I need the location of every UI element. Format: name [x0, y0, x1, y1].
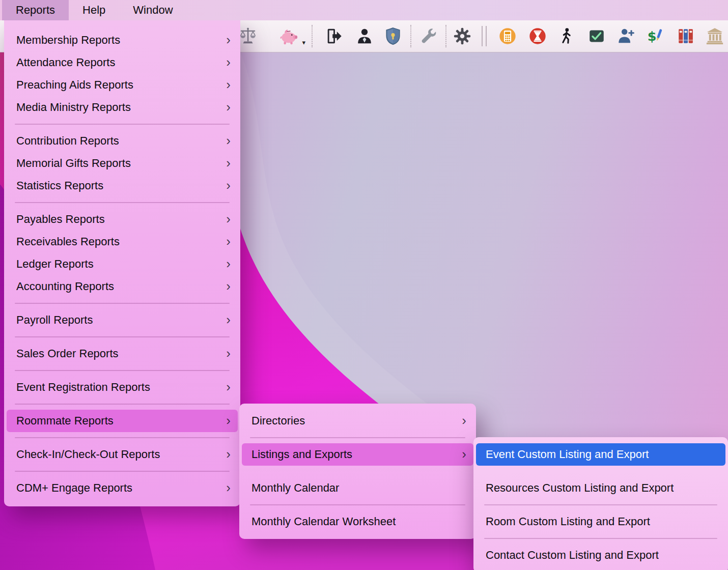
chevron-right-icon: › — [226, 447, 231, 461]
menu-separator — [15, 466, 230, 477]
gear-icon — [453, 26, 472, 46]
menu-item-contribution-reports[interactable]: Contribution Reports › — [7, 130, 238, 152]
menu-item-monthly-calendar[interactable]: Monthly Calendar — [242, 477, 473, 499]
toolbar-button-bank[interactable] — [703, 23, 727, 49]
bank-building-icon — [705, 26, 724, 46]
chevron-right-icon: › — [226, 257, 231, 270]
menu-item-label: Membership Reports — [16, 34, 226, 47]
menu-item-event-custom-listing-and-export[interactable]: Event Custom Listing and Export — [476, 443, 725, 466]
menu-item-label: Memorial Gifts Reports — [16, 157, 226, 170]
menu-item-label: Statistics Reports — [16, 179, 226, 192]
menu-item-statistics-reports[interactable]: Statistics Reports › — [7, 175, 238, 197]
balance-scale-icon — [238, 26, 258, 46]
toolbar-button-logout[interactable] — [322, 23, 347, 49]
menu-item-check-in-check-out-reports[interactable]: Check-In/Check-Out Reports › — [7, 443, 238, 466]
desktop: ▾ — [0, 0, 728, 570]
person-add-icon — [617, 26, 636, 46]
toolbar-button-attendance[interactable] — [584, 23, 609, 49]
dollar-pen-icon: $ — [646, 26, 665, 46]
toolbar-button-piggy-bank[interactable]: ▾ — [277, 23, 301, 49]
dropdown-caret-icon: ▾ — [302, 39, 305, 46]
menu-item-label: Directories — [251, 414, 462, 428]
toolbar-button-utilities[interactable] — [417, 23, 441, 49]
menu-item-label: Ledger Reports — [16, 258, 226, 271]
toolbar-separator — [445, 25, 446, 47]
chevron-right-icon: › — [226, 212, 231, 225]
menu-item-roommate-reports[interactable]: Roommate Reports › — [7, 410, 238, 432]
toolbar-button-ledger[interactable] — [674, 23, 698, 49]
chevron-right-icon: › — [226, 380, 231, 393]
menu-item-membership-reports[interactable]: Membership Reports › — [7, 29, 238, 51]
menu-item-label: Payroll Reports — [16, 314, 226, 327]
menu-item-memorial-gifts-reports[interactable]: Memorial Gifts Reports › — [7, 152, 238, 175]
menu-separator — [15, 432, 230, 443]
toolbar-button-giving[interactable]: $ — [643, 23, 667, 49]
menu-item-label: Listings and Exports — [251, 448, 462, 461]
menu-item-payroll-reports[interactable]: Payroll Reports › — [7, 309, 238, 331]
menu-item-directories[interactable]: Directories › — [242, 410, 473, 432]
toolbar-button-visitation[interactable] — [554, 23, 579, 49]
menu-item-payables-reports[interactable]: Payables Reports › — [7, 208, 238, 231]
menu-item-room-custom-listing-and-export[interactable]: Room Custom Listing and Export — [476, 510, 725, 533]
menu-item-contact-custom-listing-and-export[interactable]: Contact Custom Listing and Export — [476, 544, 725, 566]
menu-separator — [250, 432, 465, 443]
menu-item-label: Attendance Reports — [16, 56, 226, 69]
menubar-item-reports[interactable]: Reports — [2, 0, 69, 20]
toolbar-button-time[interactable] — [525, 23, 550, 49]
chevron-right-icon: › — [226, 33, 231, 46]
toolbar-button-user[interactable] — [352, 23, 377, 49]
menu-bar: Reports Help Window — [0, 0, 728, 20]
chevron-right-icon: › — [226, 481, 231, 494]
walking-person-icon — [557, 26, 576, 46]
check-note-icon — [587, 26, 606, 46]
menu-item-media-ministry-reports[interactable]: Media Ministry Reports › — [7, 96, 238, 119]
roommate-reports-submenu: Directories › Listings and Exports › Mon… — [239, 404, 476, 539]
menu-item-preaching-aids-reports[interactable]: Preaching Aids Reports › — [7, 74, 238, 96]
menu-item-label: Check-In/Check-Out Reports — [16, 448, 226, 461]
calculator-icon — [498, 26, 517, 46]
exit-door-icon — [325, 26, 344, 46]
menu-item-label: Media Ministry Reports — [16, 101, 226, 114]
menubar-item-help[interactable]: Help — [69, 0, 119, 20]
menu-item-event-registration-reports[interactable]: Event Registration Reports › — [7, 376, 238, 398]
menu-separator — [15, 298, 230, 309]
security-shield-icon — [383, 26, 403, 46]
menu-item-resources-custom-listing-and-export[interactable]: Resources Custom Listing and Export — [476, 477, 725, 499]
menu-item-label: CDM+ Engage Reports — [16, 481, 226, 495]
toolbar-button-contributions[interactable] — [495, 23, 520, 49]
reports-dropdown-menu: Membership Reports › Attendance Reports … — [4, 20, 240, 506]
svg-text:$: $ — [648, 28, 657, 44]
toolbar-button-membership[interactable] — [614, 23, 638, 49]
chevron-right-icon: › — [226, 156, 231, 169]
menu-item-label: Contact Custom Listing and Export — [486, 549, 718, 562]
menu-separator — [15, 119, 230, 130]
chevron-right-icon: › — [226, 313, 231, 326]
menu-item-label: Payables Reports — [16, 213, 226, 226]
menu-separator — [15, 331, 230, 343]
menu-item-ledger-reports[interactable]: Ledger Reports › — [7, 253, 238, 275]
menu-item-sales-order-reports[interactable]: Sales Order Reports › — [7, 343, 238, 365]
person-icon — [355, 26, 374, 46]
menu-item-receivables-reports[interactable]: Receivables Reports › — [7, 231, 238, 253]
menu-item-accounting-reports[interactable]: Accounting Reports › — [7, 275, 238, 298]
chevron-right-icon: › — [226, 414, 231, 427]
chevron-right-icon: › — [226, 134, 231, 147]
menu-item-label: Receivables Reports — [16, 235, 226, 248]
chevron-right-icon: › — [226, 100, 231, 113]
menu-item-monthly-calendar-worksheet[interactable]: Monthly Calendar Worksheet — [242, 510, 473, 533]
menu-item-label: Sales Order Reports — [16, 347, 226, 360]
menubar-item-window[interactable]: Window — [119, 0, 186, 20]
menu-item-label: Preaching Aids Reports — [16, 78, 226, 92]
listings-and-exports-submenu: Event Custom Listing and Export Resource… — [473, 437, 728, 570]
chevron-right-icon: › — [226, 55, 231, 69]
menu-separator — [15, 365, 230, 376]
menu-spacer — [473, 466, 728, 477]
menu-item-cdm-engage-reports[interactable]: CDM+ Engage Reports › — [7, 477, 238, 499]
chevron-right-icon: › — [462, 414, 466, 427]
menu-item-attendance-reports[interactable]: Attendance Reports › — [7, 51, 238, 74]
chevron-right-icon: › — [226, 179, 231, 192]
menu-item-listings-and-exports[interactable]: Listings and Exports › — [242, 443, 473, 466]
toolbar-button-security[interactable] — [381, 23, 405, 49]
chevron-right-icon: › — [226, 279, 231, 293]
toolbar-button-preferences[interactable] — [450, 23, 474, 49]
